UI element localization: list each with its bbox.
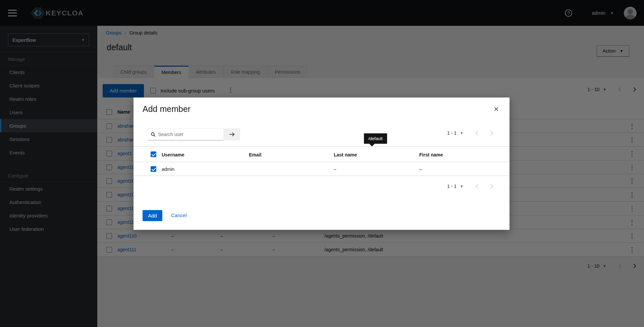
modal-row-first-name: – — [419, 167, 422, 172]
pagination-range: 1 - 1 — [447, 184, 457, 189]
default-group-tooltip: /default — [364, 133, 387, 144]
chevron-down-icon[interactable]: ▼ — [460, 184, 464, 188]
modal-pagination-top: 1 - 1 ▼ — [447, 130, 494, 136]
email-column-header: Email — [249, 152, 261, 157]
search-icon — [151, 132, 155, 137]
cancel-button[interactable]: Cancel — [171, 212, 187, 218]
modal-table-row: admin – – — [133, 162, 509, 176]
pagination-range: 1 - 1 — [447, 130, 457, 136]
modal-pagination-bottom: 1 - 1 ▼ — [447, 184, 494, 189]
modal-row-checkbox[interactable] — [151, 166, 156, 172]
previous-page-icon[interactable] — [475, 130, 479, 136]
add-button[interactable]: Add — [143, 210, 162, 221]
modal-table-header: Username Email Last name First name — [133, 146, 509, 162]
search-submit-arrow-icon[interactable] — [224, 128, 240, 140]
add-member-modal: Add member ✕ 1 - 1 ▼ /defa — [133, 97, 509, 230]
search-group — [148, 128, 240, 140]
close-icon[interactable]: ✕ — [494, 106, 499, 113]
first-name-column-header: First name — [419, 152, 443, 157]
next-page-icon[interactable] — [490, 130, 494, 136]
last-name-column-header: Last name — [334, 152, 357, 157]
search-user-input[interactable] — [158, 132, 221, 137]
next-page-icon[interactable] — [490, 184, 494, 189]
previous-page-icon[interactable] — [475, 184, 479, 189]
username-column-header: Username — [162, 152, 184, 157]
modal-title: Add member — [143, 104, 191, 114]
chevron-down-icon[interactable]: ▼ — [460, 131, 464, 135]
modal-row-last-name: – — [334, 167, 336, 172]
search-box — [148, 128, 224, 140]
modal-select-all-checkbox[interactable] — [151, 151, 156, 157]
modal-row-username: admin — [162, 167, 174, 172]
